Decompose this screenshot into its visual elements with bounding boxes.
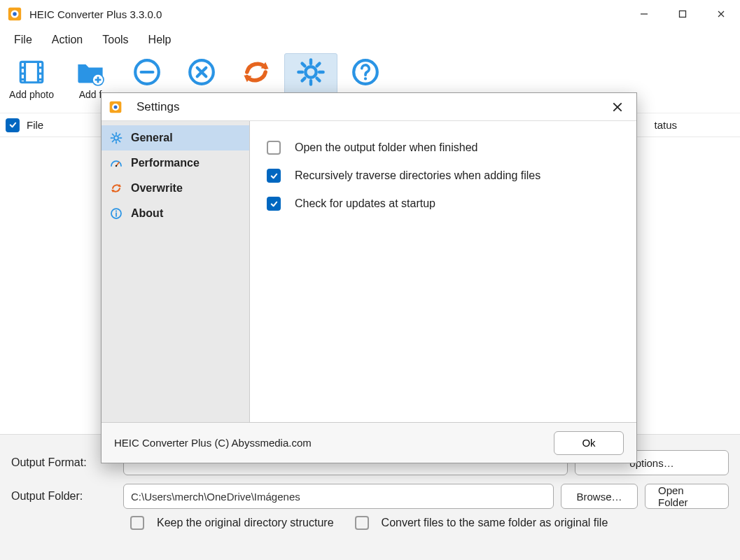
question-circle-icon <box>350 57 381 88</box>
toolbar-add-photo-label: Add photo <box>9 89 54 100</box>
gear-icon <box>295 57 326 88</box>
svg-point-43 <box>114 136 118 140</box>
sidebar-item-overwrite-label: Overwrite <box>131 182 183 195</box>
option-open-output-checkbox[interactable] <box>267 141 281 155</box>
option-recursive-checkbox[interactable] <box>267 169 281 183</box>
browse-button[interactable]: Browse… <box>561 484 638 509</box>
ok-button[interactable]: Ok <box>554 431 624 455</box>
refresh-icon <box>109 181 124 196</box>
settings-footer-text: HEIC Converter Plus (C) Abyssmedia.com <box>114 437 312 449</box>
svg-point-2 <box>13 12 17 16</box>
folder-plus-icon <box>75 57 106 88</box>
svg-line-48 <box>113 134 114 136</box>
svg-point-27 <box>305 66 316 77</box>
ok-button-label: Ok <box>582 437 595 449</box>
settings-titlebar: Settings <box>102 93 636 121</box>
option-check-updates-label: Check for updates at startup <box>295 197 435 210</box>
menu-action[interactable]: Action <box>43 31 91 49</box>
same-folder-checkbox[interactable] <box>355 516 369 530</box>
sidebar-item-performance[interactable]: Performance <box>102 150 249 176</box>
keep-structure-label: Keep the original directory structure <box>157 517 334 529</box>
toolbar-add-photo[interactable]: Add photo <box>3 53 60 112</box>
option-check-updates[interactable]: Check for updates at startup <box>267 197 620 211</box>
sidebar-item-performance-label: Performance <box>131 157 200 169</box>
close-button[interactable] <box>701 0 740 28</box>
svg-line-35 <box>302 78 305 81</box>
svg-point-53 <box>116 165 118 167</box>
toolbar-add-folder-label: Add f <box>79 89 102 100</box>
settings-close-button[interactable] <box>606 95 629 119</box>
menu-file[interactable]: File <box>6 31 41 49</box>
svg-point-37 <box>364 77 367 80</box>
output-folder-value: C:\Users\merch\OneDrive\Imágenes <box>131 491 300 503</box>
settings-dialog: Settings General Performance <box>101 92 637 463</box>
svg-line-34 <box>317 64 320 66</box>
option-recursive-label: Recursively traverse directories when ad… <box>295 169 540 182</box>
sidebar-item-about-label: About <box>131 207 163 220</box>
option-recursive[interactable]: Recursively traverse directories when ad… <box>267 169 620 183</box>
open-folder-button-label: Open Folder <box>658 484 715 508</box>
same-folder-label: Convert files to the same folder as orig… <box>382 517 608 529</box>
svg-line-33 <box>317 78 320 81</box>
svg-line-32 <box>302 64 305 66</box>
svg-line-50 <box>119 134 120 136</box>
output-folder-input[interactable]: C:\Users\merch\OneDrive\Imágenes <box>123 484 554 509</box>
keep-structure-checkbox[interactable] <box>130 516 144 530</box>
info-circle-icon <box>109 206 124 221</box>
settings-sidebar: General Performance Overwrite About <box>102 121 250 422</box>
option-open-output-label: Open the output folder when finished <box>295 141 478 154</box>
svg-point-40 <box>114 105 118 108</box>
svg-line-51 <box>113 141 114 142</box>
svg-line-49 <box>119 141 120 142</box>
open-folder-button[interactable]: Open Folder <box>645 484 729 509</box>
menu-tools[interactable]: Tools <box>94 31 137 49</box>
select-all-checkbox[interactable] <box>6 118 20 132</box>
sidebar-item-general-label: General <box>131 132 173 144</box>
x-circle-icon <box>186 57 217 88</box>
option-open-output[interactable]: Open the output folder when finished <box>267 141 620 155</box>
titlebar: HEIC Converter Plus 3.3.0.0 <box>0 0 740 28</box>
column-header-status[interactable]: tatus <box>654 119 740 131</box>
menubar: File Action Tools Help <box>0 28 740 52</box>
sidebar-item-general[interactable]: General <box>102 125 249 150</box>
window-title: HEIC Converter Plus 3.3.0.0 <box>29 8 162 20</box>
sidebar-item-about[interactable]: About <box>102 201 249 226</box>
app-icon <box>109 100 123 114</box>
menu-help[interactable]: Help <box>140 31 180 49</box>
settings-content: Open the output folder when finished Rec… <box>250 121 636 422</box>
output-folder-label: Output Folder: <box>11 490 116 503</box>
settings-footer: HEIC Converter Plus (C) Abyssmedia.com O… <box>102 422 636 463</box>
maximize-button[interactable] <box>663 0 701 28</box>
option-check-updates-checkbox[interactable] <box>267 197 281 211</box>
minimize-button[interactable] <box>624 0 663 28</box>
keep-structure-option[interactable]: Keep the original directory structure <box>130 516 334 530</box>
svg-rect-4 <box>679 11 685 18</box>
window-controls <box>624 0 740 28</box>
sidebar-item-overwrite[interactable]: Overwrite <box>102 176 249 201</box>
refresh-icon <box>241 57 272 88</box>
same-folder-option[interactable]: Convert files to the same folder as orig… <box>355 516 608 530</box>
gauge-icon <box>109 155 124 171</box>
film-icon <box>16 57 47 88</box>
browse-button-label: Browse… <box>576 491 622 503</box>
settings-title: Settings <box>137 100 179 114</box>
app-icon <box>7 6 22 22</box>
gear-icon <box>109 130 124 146</box>
column-header-file[interactable]: File <box>27 119 43 131</box>
minus-circle-icon <box>132 57 162 88</box>
svg-point-57 <box>116 210 117 211</box>
